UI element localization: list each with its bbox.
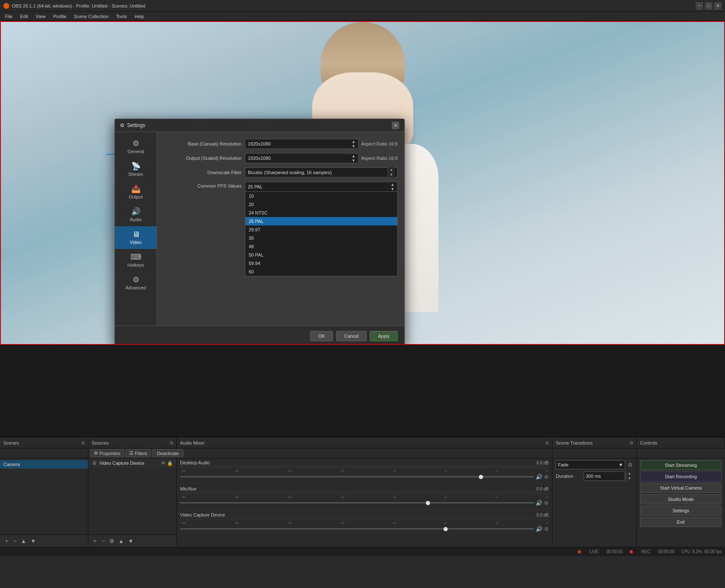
duration-spin[interactable]: ▲ ▼: [626, 471, 633, 481]
move-scene-up-button[interactable]: ▲: [20, 537, 28, 545]
preview-area: ⚙ Settings ✕ ⚙ General 📡 Stream 📤 Output: [0, 21, 725, 345]
ok-button[interactable]: OK: [310, 331, 333, 341]
menu-scene-collection[interactable]: Scene Collection: [71, 13, 112, 20]
nav-item-audio[interactable]: 🔊 Audio: [115, 204, 157, 226]
downscale-down[interactable]: ▼: [388, 172, 395, 177]
sources-toolbar-row: ⚙ Properties ☰ Filters Deactivate: [0, 448, 725, 458]
move-source-down-button[interactable]: ▼: [127, 537, 135, 545]
mic-volume-thumb: [426, 501, 430, 505]
menu-view[interactable]: View: [32, 13, 49, 20]
vc-settings-cog[interactable]: ⚙: [544, 526, 549, 532]
mixer-float-btn[interactable]: ⧉: [546, 440, 549, 445]
properties-button[interactable]: ⚙ Properties: [90, 449, 124, 457]
menu-bar: File Edit View Profile Scene Collection …: [0, 12, 725, 21]
audio-divider-2: [180, 509, 549, 510]
downscale-control: Bicubic (Sharpened scaling, 16 samples) …: [245, 167, 398, 177]
transition-settings-button[interactable]: ⚙: [628, 462, 633, 468]
mic-volume-slider[interactable]: [180, 502, 534, 503]
filters-icon: ☰: [129, 450, 133, 456]
vc-mute-button[interactable]: 🔊: [536, 526, 542, 532]
duration-down[interactable]: ▼: [626, 476, 633, 481]
menu-edit[interactable]: Edit: [17, 13, 32, 20]
transitions-float-btn[interactable]: ⧉: [630, 440, 633, 445]
menu-profile[interactable]: Profile: [50, 13, 69, 20]
settings-button[interactable]: Settings: [640, 506, 722, 516]
nav-item-hotkeys[interactable]: ⌨ Hotkeys: [115, 249, 157, 272]
menu-help[interactable]: Help: [131, 13, 148, 20]
fps-option-60[interactable]: 60: [245, 268, 397, 276]
base-resolution-label: Base (Canvas) Resolution: [164, 141, 242, 146]
mic-settings-cog[interactable]: ⚙: [544, 500, 549, 506]
output-resolution-combo[interactable]: 1920x1080 ▲▼: [245, 153, 359, 163]
transition-type-combo[interactable]: Fade ▼: [556, 460, 625, 469]
mic-aux-header: Mic/Aux 0.0 dB: [180, 486, 549, 491]
nav-item-output[interactable]: 📤 Output: [115, 181, 157, 204]
move-source-up-button[interactable]: ▲: [117, 537, 125, 545]
add-scene-button[interactable]: ＋: [3, 536, 11, 546]
audio-channel-mic: Mic/Aux 0.0 dB -46-30-18-12-9-6-30: [180, 486, 549, 506]
mic-mute-button[interactable]: 🔊: [536, 500, 542, 506]
menu-tools[interactable]: Tools: [113, 13, 130, 20]
duration-combo[interactable]: 300 ms: [584, 471, 625, 481]
nav-item-video[interactable]: 🖥 Video: [115, 226, 157, 249]
scenes-float-btn[interactable]: ⧉: [82, 440, 85, 445]
base-resolution-row: Base (Canvas) Resolution 1920x1080 ▲▼ As…: [164, 139, 398, 149]
cancel-button[interactable]: Cancel: [336, 331, 366, 341]
desktop-mute-button[interactable]: 🔊: [536, 474, 542, 480]
nav-item-general[interactable]: ⚙ General: [115, 135, 157, 158]
minimize-button[interactable]: −: [696, 2, 703, 10]
filters-button[interactable]: ☰ Filters: [125, 449, 151, 457]
studio-mode-button[interactable]: Studio Mode: [640, 494, 722, 504]
properties-gear-icon: ⚙: [94, 450, 98, 456]
start-virtual-camera-button[interactable]: Start Virtual Camera: [640, 483, 722, 493]
nav-item-advanced[interactable]: ⚙ Advanced: [115, 272, 157, 294]
fps-combo[interactable]: 25 PAL ▲▼: [245, 182, 398, 192]
desktop-settings-cog[interactable]: ⚙: [544, 474, 549, 480]
source-eye-button[interactable]: 👁: [161, 461, 166, 466]
dialog-close-button[interactable]: ✕: [392, 122, 399, 129]
exit-button[interactable]: Exit: [640, 517, 722, 527]
nav-item-stream[interactable]: 📡 Stream: [115, 158, 157, 181]
list-item[interactable]: 🖥 Video Capture Device 👁 🔒: [88, 458, 176, 468]
fps-option-10[interactable]: 10: [245, 192, 397, 200]
move-scene-down-button[interactable]: ▼: [29, 537, 37, 545]
desktop-volume-slider[interactable]: [180, 476, 534, 477]
panels-row: Camera ＋ − ▲ ▼ 🖥 Video Capture Device 👁 …: [0, 458, 725, 547]
close-window-button[interactable]: ✕: [714, 2, 722, 10]
remove-source-button[interactable]: −: [101, 537, 106, 545]
vc-volume-slider[interactable]: [180, 528, 534, 530]
downscale-spin[interactable]: ▲ ▼: [388, 167, 395, 177]
fps-option-50pal[interactable]: 50 PAL: [245, 251, 397, 259]
downscale-up[interactable]: ▲: [388, 167, 395, 172]
start-streaming-button[interactable]: Start Streaming: [640, 460, 722, 470]
desktop-meter: -46-30-18-12-9-6-30: [180, 465, 549, 473]
duration-up[interactable]: ▲: [626, 471, 633, 476]
fps-option-20[interactable]: 20: [245, 200, 397, 209]
source-lock-button[interactable]: 🔒: [167, 461, 173, 466]
base-resolution-combo[interactable]: 1920x1080 ▲▼: [245, 139, 359, 149]
fps-option-2997[interactable]: 29.97: [245, 225, 397, 234]
fps-option-25pal[interactable]: 25 PAL: [245, 217, 397, 225]
start-recording-button[interactable]: Start Recording: [640, 471, 722, 482]
sources-float-btn[interactable]: ⧉: [170, 440, 173, 445]
fps-option-30[interactable]: 30: [245, 234, 397, 242]
fps-label: Common FPS Values: [164, 183, 242, 188]
remove-scene-button[interactable]: −: [12, 537, 18, 545]
menu-file[interactable]: File: [2, 13, 16, 20]
source-name: Video Capture Device: [99, 461, 144, 466]
fps-option-48[interactable]: 48: [245, 242, 397, 251]
sources-panel: 🖥 Video Capture Device 👁 🔒 ＋ − ⚙ ▲ ▼: [88, 458, 177, 547]
source-settings-button[interactable]: ⚙: [108, 537, 116, 545]
sources-title: Sources: [92, 440, 109, 445]
apply-button[interactable]: Apply: [370, 331, 398, 341]
add-source-button[interactable]: ＋: [91, 536, 99, 546]
base-res-arrow: ▲▼: [351, 139, 356, 148]
dialog-title-text: Settings: [127, 122, 145, 128]
mixer-toolbar-spacer: [177, 448, 552, 458]
window-controls[interactable]: − □ ✕: [696, 2, 722, 10]
list-item[interactable]: Camera: [0, 460, 88, 469]
maximize-button[interactable]: □: [705, 2, 712, 10]
fps-option-5994[interactable]: 59.94: [245, 259, 397, 268]
downscale-combo[interactable]: Bicubic (Sharpened scaling, 16 samples) …: [245, 167, 398, 177]
fps-option-24ntsc[interactable]: 24 NTSC: [245, 209, 397, 217]
